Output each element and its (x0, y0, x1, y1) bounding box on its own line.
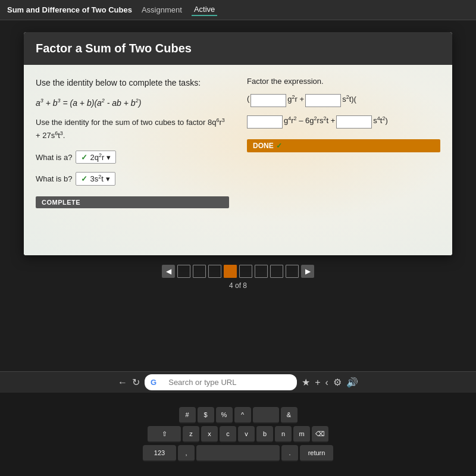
keyboard-row-3: 123 , . return (143, 445, 333, 462)
tab-active[interactable]: Active (192, 4, 217, 16)
blank-2-input[interactable] (305, 94, 341, 107)
expr2-post: s4t2) (373, 115, 388, 125)
nav-dot-1[interactable] (177, 265, 190, 278)
key-123[interactable]: 123 (143, 445, 176, 462)
content-card: Factor a Sum of Two Cubes Use the identi… (24, 32, 452, 255)
next-arrow[interactable]: ▶ (301, 265, 314, 278)
plus-icon[interactable]: + (315, 377, 320, 388)
key-m[interactable]: m (293, 426, 310, 443)
what-is-b-row: What is b? ✓ 3s2t ▾ (36, 172, 229, 185)
top-bar: Sum and Difference of Two Cubes Assignme… (0, 0, 476, 20)
star-icon[interactable]: ★ (302, 377, 310, 388)
key-c[interactable]: c (220, 426, 236, 443)
key-backspace[interactable]: ⌫ (312, 426, 328, 443)
dropdown-b-icon[interactable]: ▾ (106, 174, 110, 183)
card-title: Factor a Sum of Two Cubes (36, 42, 192, 55)
chevron-left-icon[interactable]: ‹ (325, 377, 328, 388)
nav-dot-7[interactable] (270, 265, 283, 278)
what-is-b-label: What is b? (36, 174, 72, 183)
keyboard-row-1: # $ % ^ & (179, 407, 298, 424)
settings-icon[interactable]: ⚙ (333, 377, 342, 388)
key-dollar[interactable]: $ (198, 407, 214, 424)
card-body: Use the identity below to complete the t… (24, 65, 452, 255)
key-x[interactable]: x (201, 426, 218, 443)
left-column: Use the identity below to complete the t… (36, 77, 229, 243)
url-input[interactable] (160, 375, 291, 389)
back-icon[interactable]: ← (118, 377, 127, 388)
expr1-open-paren: ( (247, 94, 249, 103)
formula-text: a3 + b3 = (a + b)(a2 - ab + b2) (36, 98, 229, 108)
card-header: Factor a Sum of Two Cubes (24, 32, 452, 65)
right-column: Factor the expression. ( g2r + s2t)( g4r… (247, 77, 440, 243)
instruction-text: Use the identity below to complete the t… (36, 77, 229, 89)
complete-button[interactable]: COMPLETE (36, 196, 229, 208)
tab-assignment[interactable]: Assignment (139, 4, 184, 15)
nav-dot-6[interactable] (255, 265, 268, 278)
expr1-mid: g2r + (287, 94, 304, 104)
answer-a-box[interactable]: ✓ 2q2r ▾ (76, 151, 116, 164)
blank-4-input[interactable] (336, 115, 372, 129)
key-v[interactable]: v (238, 426, 255, 443)
google-g-icon: G (151, 378, 156, 387)
navigation-area: ◀ ▶ 4 of 8 (162, 265, 314, 290)
nav-dot-4[interactable] (224, 265, 237, 278)
key-n[interactable]: n (275, 426, 292, 443)
reload-icon[interactable]: ↻ (132, 377, 140, 388)
main-area: Factor a Sum of Two Cubes Use the identi… (0, 20, 476, 371)
answer-b-value: 3s2t (90, 174, 103, 183)
key-percent[interactable]: % (216, 407, 233, 424)
expr1-post: s2t)( (342, 94, 356, 104)
factor-label: Factor the expression. (247, 77, 440, 86)
browser-bar: ← ↻ G ★ + ‹ ⚙ 🔊 (0, 371, 476, 393)
nav-dot-5[interactable] (239, 265, 252, 278)
key-space[interactable] (196, 445, 280, 462)
keyboard-area: # $ % ^ & ⇧ z x c v b n m ⌫ 123 , . retu… (0, 393, 476, 476)
done-button[interactable]: DONE ✓ (247, 139, 440, 152)
key-comma[interactable]: , (178, 445, 195, 462)
nav-dots-row: ◀ ▶ (162, 265, 314, 278)
page-label: 4 of 8 (229, 281, 247, 290)
prev-arrow[interactable]: ◀ (162, 265, 175, 278)
expression-line-1: ( g2r + s2t)( (247, 94, 440, 107)
key-space-top[interactable] (253, 407, 279, 424)
nav-dot-3[interactable] (208, 265, 221, 278)
dropdown-a-icon[interactable]: ▾ (107, 153, 111, 162)
key-ampersand[interactable]: & (281, 407, 298, 424)
done-label: DONE (253, 142, 274, 150)
expr2-mid: g4r2 – 6g2rs2t + (284, 115, 335, 125)
done-check-icon: ✓ (276, 142, 282, 150)
blank-1-input[interactable] (250, 94, 286, 107)
what-is-a-row: What is a? ✓ 2q2r ▾ (36, 151, 229, 164)
key-return[interactable]: return (300, 445, 333, 462)
keyboard: # $ % ^ & ⇧ z x c v b n m ⌫ 123 , . retu… (143, 406, 333, 463)
key-period[interactable]: . (281, 445, 298, 462)
check-a-icon: ✓ (81, 153, 87, 162)
page-title: Sum and Difference of Two Cubes (7, 5, 132, 14)
check-b-icon: ✓ (81, 174, 87, 183)
key-hash[interactable]: # (179, 407, 196, 424)
answer-a-value: 2q2r (90, 152, 104, 162)
key-caret[interactable]: ^ (234, 407, 251, 424)
keyboard-row-2: ⇧ z x c v b n m ⌫ (148, 426, 328, 443)
blank-3-input[interactable] (247, 115, 283, 129)
answer-b-box[interactable]: ✓ 3s2t ▾ (76, 172, 115, 185)
key-b[interactable]: b (256, 426, 273, 443)
key-z[interactable]: z (183, 426, 199, 443)
key-shift-left[interactable]: ⇧ (148, 426, 181, 443)
volume-icon[interactable]: 🔊 (346, 377, 358, 388)
nav-dot-2[interactable] (193, 265, 206, 278)
nav-dot-8[interactable] (286, 265, 299, 278)
what-is-a-label: What is a? (36, 153, 72, 162)
task-text: Use the identity for the sum of two cube… (36, 116, 229, 142)
expression-line-2: g4r2 – 6g2rs2t + s4t2) (247, 115, 440, 129)
